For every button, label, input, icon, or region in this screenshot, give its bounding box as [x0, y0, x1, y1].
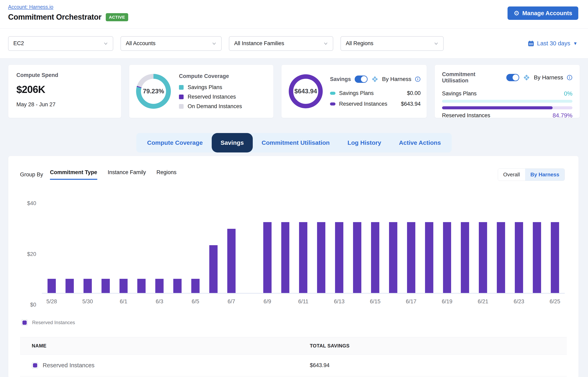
- group-by-commitment-type[interactable]: Commitment Type: [50, 169, 97, 180]
- bar-slot: [61, 203, 79, 293]
- filter-select-1[interactable]: All Accounts: [121, 36, 222, 51]
- bar-6/23[interactable]: [515, 222, 523, 293]
- bar-6/15[interactable]: [371, 222, 379, 293]
- row-total-savings: $643.94: [310, 362, 567, 368]
- bar-6/9[interactable]: [263, 222, 272, 293]
- bar-6/11[interactable]: [299, 222, 307, 293]
- bar-6/13[interactable]: [335, 222, 343, 293]
- date-range-picker[interactable]: Last 30 days ▼: [528, 40, 577, 47]
- bar-6/24[interactable]: [533, 222, 541, 293]
- savings-by-harness-toggle[interactable]: [355, 75, 368, 83]
- manage-accounts-label: Manage Accounts: [522, 10, 572, 17]
- legend-label: Savings Plans: [188, 84, 222, 91]
- utilisation-by-harness-toggle[interactable]: [506, 74, 519, 81]
- bar-6/12[interactable]: [317, 222, 325, 293]
- harness-logo-icon: [523, 74, 530, 81]
- bar-6/4[interactable]: [173, 279, 182, 293]
- filter-select-value: EC2: [13, 40, 24, 47]
- account-breadcrumb[interactable]: Account: Harness.io: [8, 4, 53, 10]
- group-by-instance-family[interactable]: Instance Family: [108, 169, 146, 180]
- x-axis-tick: 6/21: [474, 298, 492, 305]
- x-axis-tick: [168, 298, 187, 305]
- bar-6/3[interactable]: [155, 279, 164, 293]
- savings-title: Savings: [330, 76, 351, 82]
- chart-y-axis: $40 $20 $0: [20, 203, 42, 305]
- legend-label: Reserved Instances: [32, 320, 75, 325]
- savings-legend-rows: Savings Plans $0.00 Reserved Instances $…: [330, 90, 421, 107]
- legend-swatch: [179, 94, 184, 99]
- bar-6/17[interactable]: [407, 222, 415, 293]
- bar-5/28[interactable]: [47, 279, 56, 293]
- bar-6/19[interactable]: [443, 222, 451, 293]
- bar-6/16[interactable]: [389, 222, 397, 293]
- x-axis-tick: [133, 298, 150, 305]
- savings-legend-row: Reserved Instances $643.94: [330, 101, 421, 107]
- x-axis-tick: 6/23: [510, 298, 528, 305]
- y-axis-tick: $0: [30, 302, 36, 308]
- coverage-legend: Savings Plans Reserved Instances On Dema…: [179, 84, 266, 109]
- coverage-legend-item: Savings Plans: [179, 84, 266, 91]
- bar-slot: [294, 203, 312, 293]
- group-by-options: Commitment Type Instance Family Regions: [50, 169, 177, 180]
- bar-slot: [528, 203, 546, 293]
- x-axis-tick: [528, 298, 546, 305]
- x-axis-tick: [348, 298, 366, 305]
- legend-checkbox[interactable]: [21, 319, 28, 326]
- chevron-down-icon: [211, 41, 217, 46]
- group-by-label: Group By: [20, 172, 43, 178]
- bar-slot: [456, 203, 474, 293]
- util-reserved-instances-label: Reserved Instances: [442, 112, 490, 119]
- info-icon[interactable]: [567, 75, 572, 80]
- savings-card: $643.94 Savings By Harness: [281, 65, 427, 118]
- bar-slot: [366, 203, 384, 293]
- compute-coverage-donut: 79.23%: [136, 74, 171, 109]
- bar-6/5[interactable]: [191, 279, 200, 293]
- tab-savings[interactable]: Savings: [212, 133, 253, 153]
- bar-5/31[interactable]: [101, 279, 110, 293]
- bar-6/14[interactable]: [353, 222, 361, 293]
- bar-6/6[interactable]: [209, 245, 218, 293]
- x-axis-tick: 5/28: [43, 298, 61, 305]
- bar-5/30[interactable]: [84, 279, 92, 293]
- bar-5/29[interactable]: [66, 279, 74, 293]
- bar-6/2[interactable]: [137, 279, 145, 293]
- tab-commitment-utilisation[interactable]: Commitment Utilisation: [253, 133, 339, 153]
- bar-6/18[interactable]: [425, 222, 433, 293]
- group-by-regions[interactable]: Regions: [156, 169, 177, 180]
- bar-slot: [330, 203, 348, 293]
- utilisation-by-harness-label: By Harness: [534, 74, 563, 81]
- bar-slot: [133, 203, 150, 293]
- tab-active-actions[interactable]: Active Actions: [390, 133, 450, 153]
- tab-log-history[interactable]: Log History: [338, 133, 390, 153]
- caret-down-icon: ▼: [573, 41, 577, 46]
- bar-slot: [79, 203, 97, 293]
- bar-slot: [258, 203, 277, 293]
- tab-compute-coverage[interactable]: Compute Coverage: [138, 133, 212, 153]
- section-tabs: Compute Coverage Savings Commitment Util…: [136, 133, 452, 153]
- view-toggle-overall[interactable]: Overall: [498, 169, 525, 181]
- x-axis-tick: [277, 298, 294, 305]
- filter-select-2[interactable]: All Instance Families: [229, 36, 333, 51]
- manage-accounts-button[interactable]: ⚙ Manage Accounts: [508, 6, 578, 20]
- view-toggle-by-harness[interactable]: By Harness: [525, 169, 565, 181]
- savings-plans-progress-bar: [442, 100, 572, 103]
- x-axis-tick: 6/13: [330, 298, 348, 305]
- filter-select-3[interactable]: All Regions: [341, 36, 444, 51]
- compute-coverage-title: Compute Coverage: [179, 73, 266, 79]
- bar-6/20[interactable]: [461, 222, 469, 293]
- bar-6/1[interactable]: [120, 279, 128, 293]
- info-icon[interactable]: [415, 76, 421, 82]
- bar-6/25[interactable]: [551, 222, 559, 293]
- status-badge: ACTIVE: [106, 13, 128, 21]
- legend-label: On Demand Instances: [188, 103, 242, 109]
- filter-selects: EC2 All Accounts All Instance Families A…: [8, 36, 444, 51]
- bar-6/10[interactable]: [281, 222, 289, 293]
- filter-select-0[interactable]: EC2: [8, 36, 113, 51]
- bar-6/21[interactable]: [479, 222, 487, 293]
- calendar-icon: [528, 40, 534, 47]
- bar-6/22[interactable]: [497, 222, 505, 293]
- savings-donut-value: $643.94: [293, 79, 318, 104]
- savings-by-harness-label: By Harness: [382, 76, 411, 82]
- chevron-down-icon: [433, 41, 439, 46]
- bar-6/7[interactable]: [227, 229, 235, 293]
